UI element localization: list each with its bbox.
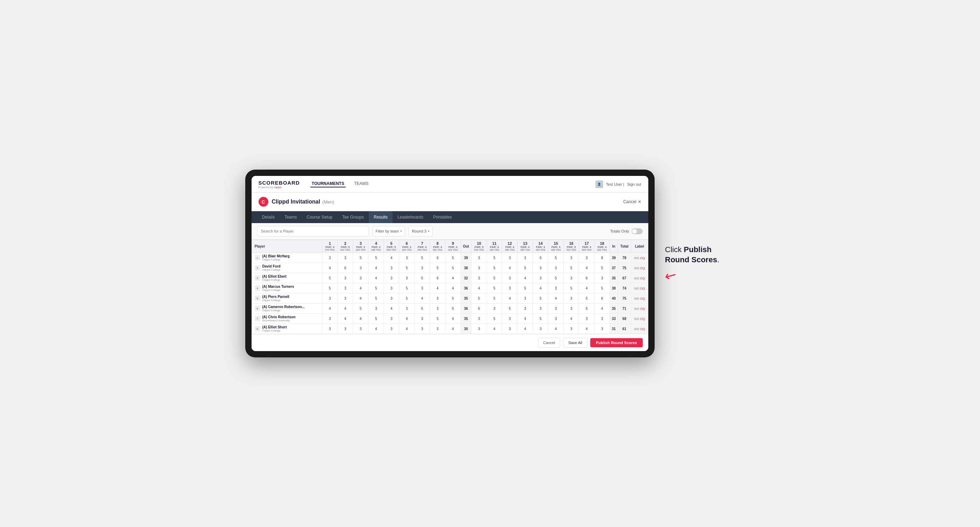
score-hole-9[interactable]: 5	[445, 263, 461, 273]
score-hole-1[interactable]: 4	[322, 263, 337, 273]
score-hole-8[interactable]: 6	[430, 273, 445, 283]
wd-label[interactable]: WD	[634, 256, 639, 260]
wd-label[interactable]: WD	[634, 317, 639, 321]
score-hole-13[interactable]: 3	[517, 294, 533, 303]
score-hole-14[interactable]: 6	[533, 253, 548, 263]
score-hole-17[interactable]: 3	[579, 253, 595, 263]
score-hole-4[interactable]: 4	[368, 263, 384, 273]
score-hole-8[interactable]: 3	[430, 303, 445, 314]
score-hole-7[interactable]: 5	[415, 273, 430, 283]
score-hole-16[interactable]: 5	[564, 283, 579, 294]
score-hole-4[interactable]: 5	[368, 253, 384, 263]
score-hole-3[interactable]: 3	[353, 324, 368, 334]
score-hole-5[interactable]: 4	[384, 253, 399, 263]
score-hole-17[interactable]: 4	[579, 324, 595, 334]
score-hole-8[interactable]: 4	[430, 283, 445, 294]
score-hole-3[interactable]: 3	[353, 273, 368, 283]
score-hole-14[interactable]: 3	[533, 324, 548, 334]
score-hole-3[interactable]: 4	[353, 314, 368, 324]
tab-leaderboards[interactable]: Leaderboards	[393, 211, 428, 223]
save-all-button[interactable]: Save All	[563, 338, 587, 348]
score-hole-13[interactable]: 4	[517, 314, 533, 324]
score-hole-13[interactable]: 5	[517, 263, 533, 273]
score-hole-2[interactable]: 3	[337, 273, 353, 283]
score-hole-6[interactable]: 5	[399, 294, 415, 303]
score-hole-2[interactable]: 3	[337, 324, 353, 334]
toggle-switch[interactable]	[632, 229, 643, 234]
dq-label[interactable]: DQ	[640, 327, 645, 331]
score-hole-10[interactable]: 3	[471, 263, 487, 273]
score-hole-12[interactable]: 4	[502, 294, 517, 303]
dq-label[interactable]: DQ	[640, 287, 645, 290]
score-hole-15[interactable]: 3	[548, 283, 564, 294]
score-hole-2[interactable]: 3	[337, 283, 353, 294]
score-hole-4[interactable]: 5	[368, 294, 384, 303]
tab-results[interactable]: Results	[369, 211, 393, 223]
score-hole-11[interactable]: 4	[487, 324, 502, 334]
score-hole-1[interactable]: 5	[322, 283, 337, 294]
score-hole-16[interactable]: 3	[564, 303, 579, 314]
score-hole-2[interactable]: 3	[337, 253, 353, 263]
score-hole-7[interactable]: 3	[415, 324, 430, 334]
wd-label[interactable]: WD	[634, 267, 639, 270]
score-hole-11[interactable]: 5	[487, 283, 502, 294]
score-hole-4[interactable]: 5	[368, 283, 384, 294]
score-hole-6[interactable]: 5	[399, 283, 415, 294]
score-hole-9[interactable]: 4	[445, 273, 461, 283]
score-hole-18[interactable]: 5	[595, 283, 610, 294]
score-hole-7[interactable]: 3	[415, 263, 430, 273]
score-hole-9[interactable]: 4	[445, 324, 461, 334]
round-select[interactable]: Round 3 ▾	[409, 226, 433, 237]
score-hole-10[interactable]: 3	[471, 314, 487, 324]
score-hole-11[interactable]: 5	[487, 273, 502, 283]
nav-teams[interactable]: TEAMS	[353, 181, 370, 187]
score-hole-8[interactable]: 3	[430, 294, 445, 303]
score-hole-10[interactable]: 3	[471, 253, 487, 263]
score-hole-16[interactable]: 3	[564, 324, 579, 334]
score-hole-5[interactable]: 3	[384, 273, 399, 283]
score-hole-14[interactable]: 3	[533, 303, 548, 314]
score-hole-13[interactable]: 3	[517, 303, 533, 314]
score-hole-10[interactable]: 5	[471, 294, 487, 303]
score-hole-13[interactable]: 5	[517, 283, 533, 294]
score-hole-1[interactable]: 4	[322, 303, 337, 314]
score-hole-13[interactable]: 4	[517, 324, 533, 334]
score-hole-11[interactable]: 5	[487, 314, 502, 324]
score-hole-3[interactable]: 5	[353, 253, 368, 263]
score-hole-14[interactable]: 3	[533, 263, 548, 273]
score-hole-8[interactable]: 5	[430, 314, 445, 324]
score-hole-6[interactable]: 3	[399, 303, 415, 314]
score-hole-2[interactable]: 6	[337, 263, 353, 273]
wd-label[interactable]: WD	[634, 297, 639, 300]
score-hole-18[interactable]: 5	[595, 263, 610, 273]
score-hole-16[interactable]: 3	[564, 253, 579, 263]
wd-label[interactable]: WD	[634, 276, 639, 280]
score-hole-16[interactable]: 4	[564, 314, 579, 324]
score-hole-9[interactable]: 4	[445, 314, 461, 324]
score-hole-12[interactable]: 3	[502, 283, 517, 294]
score-hole-17[interactable]: 3	[579, 314, 595, 324]
score-hole-14[interactable]: 5	[533, 294, 548, 303]
score-hole-15[interactable]: 3	[548, 263, 564, 273]
tab-course-setup[interactable]: Course Setup	[302, 211, 337, 223]
score-hole-7[interactable]: 4	[415, 294, 430, 303]
score-hole-1[interactable]: 3	[322, 324, 337, 334]
score-hole-17[interactable]: 4	[579, 283, 595, 294]
score-hole-5[interactable]: 3	[384, 283, 399, 294]
wd-label[interactable]: WD	[634, 307, 639, 311]
score-hole-3[interactable]: 4	[353, 283, 368, 294]
score-hole-11[interactable]: 5	[487, 263, 502, 273]
tab-printables[interactable]: Printables	[428, 211, 457, 223]
score-hole-18[interactable]: 8	[595, 253, 610, 263]
score-hole-15[interactable]: 3	[548, 314, 564, 324]
score-hole-1[interactable]: 5	[322, 273, 337, 283]
score-hole-16[interactable]: 3	[564, 294, 579, 303]
score-hole-12[interactable]: 4	[502, 263, 517, 273]
dq-label[interactable]: DQ	[640, 276, 645, 280]
score-hole-12[interactable]: 3	[502, 314, 517, 324]
score-hole-13[interactable]: 3	[517, 253, 533, 263]
dq-label[interactable]: DQ	[640, 307, 645, 311]
score-hole-5[interactable]: 3	[384, 314, 399, 324]
score-hole-15[interactable]: 3	[548, 303, 564, 314]
score-hole-4[interactable]: 5	[368, 314, 384, 324]
